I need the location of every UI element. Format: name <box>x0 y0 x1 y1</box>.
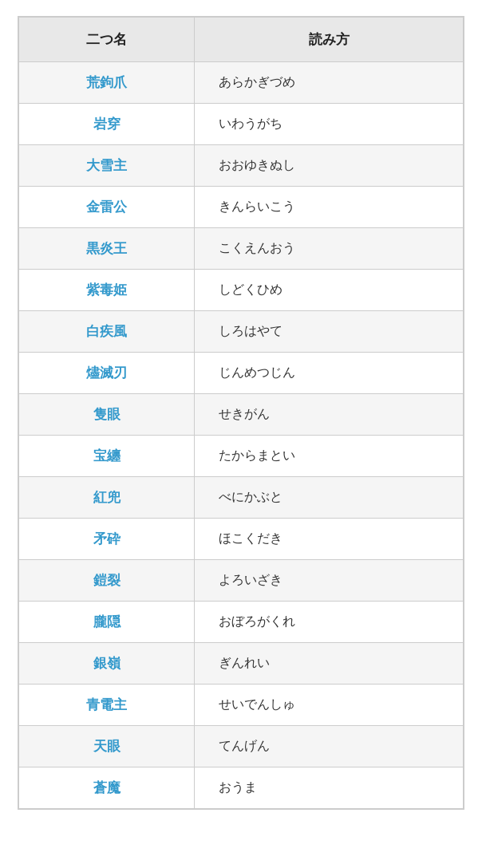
name-cell: 金雷公 <box>19 187 195 228</box>
name-cell: 鎧裂 <box>19 560 195 602</box>
name-cell: 白疾風 <box>19 311 195 353</box>
reading-cell: てんげん <box>195 726 464 767</box>
table-header-row: 二つ名 読み方 <box>19 18 464 62</box>
table-row: 天眼てんげん <box>19 726 464 767</box>
reading-cell: きんらいこう <box>195 187 464 228</box>
name-cell: 黒炎王 <box>19 228 195 270</box>
table-row: 紫毒姫しどくひめ <box>19 270 464 311</box>
table-row: 荒鉤爪あらかぎづめ <box>19 62 464 104</box>
table-row: 紅兜べにかぶと <box>19 477 464 519</box>
name-cell: 大雪主 <box>19 145 195 187</box>
table-row: 白疾風しろはやて <box>19 311 464 353</box>
table-row: 大雪主おおゆきぬし <box>19 145 464 187</box>
reading-cell: べにかぶと <box>195 477 464 519</box>
table-row: 隻眼せきがん <box>19 394 464 436</box>
reading-cell: たからまとい <box>195 436 464 477</box>
table-row: 金雷公きんらいこう <box>19 187 464 228</box>
name-cell: 青電主 <box>19 685 195 726</box>
name-cell: 燼滅刃 <box>19 353 195 394</box>
reading-cell: よろいざき <box>195 560 464 602</box>
table-row: 朧隠おぼろがくれ <box>19 602 464 643</box>
name-cell: 矛砕 <box>19 519 195 560</box>
name-cell: 隻眼 <box>19 394 195 436</box>
header-col2: 読み方 <box>195 18 464 62</box>
name-cell: 紅兜 <box>19 477 195 519</box>
names-table: 二つ名 読み方 荒鉤爪あらかぎづめ岩穿いわうがち大雪主おおゆきぬし金雷公きんらい… <box>18 17 464 809</box>
reading-cell: せきがん <box>195 394 464 436</box>
reading-cell: ほこくだき <box>195 519 464 560</box>
reading-cell: いわうがち <box>195 104 464 145</box>
table-row: 燼滅刃じんめつじん <box>19 353 464 394</box>
table-row: 宝纏たからまとい <box>19 436 464 477</box>
reading-cell: おぼろがくれ <box>195 602 464 643</box>
name-cell: 宝纏 <box>19 436 195 477</box>
reading-cell: じんめつじん <box>195 353 464 394</box>
table-row: 鎧裂よろいざき <box>19 560 464 602</box>
reading-cell: しどくひめ <box>195 270 464 311</box>
name-cell: 紫毒姫 <box>19 270 195 311</box>
main-table-container: 二つ名 読み方 荒鉤爪あらかぎづめ岩穿いわうがち大雪主おおゆきぬし金雷公きんらい… <box>18 16 464 810</box>
table-row: 銀嶺ぎんれい <box>19 643 464 685</box>
reading-cell: せいでんしゅ <box>195 685 464 726</box>
reading-cell: こくえんおう <box>195 228 464 270</box>
name-cell: 天眼 <box>19 726 195 767</box>
table-row: 黒炎王こくえんおう <box>19 228 464 270</box>
header-col1: 二つ名 <box>19 18 195 62</box>
name-cell: 荒鉤爪 <box>19 62 195 104</box>
reading-cell: おおゆきぬし <box>195 145 464 187</box>
name-cell: 岩穿 <box>19 104 195 145</box>
name-cell: 蒼魔 <box>19 767 195 809</box>
table-row: 矛砕ほこくだき <box>19 519 464 560</box>
reading-cell: しろはやて <box>195 311 464 353</box>
reading-cell: あらかぎづめ <box>195 62 464 104</box>
table-row: 蒼魔おうま <box>19 767 464 809</box>
table-row: 青電主せいでんしゅ <box>19 685 464 726</box>
table-row: 岩穿いわうがち <box>19 104 464 145</box>
name-cell: 銀嶺 <box>19 643 195 685</box>
reading-cell: ぎんれい <box>195 643 464 685</box>
name-cell: 朧隠 <box>19 602 195 643</box>
reading-cell: おうま <box>195 767 464 809</box>
